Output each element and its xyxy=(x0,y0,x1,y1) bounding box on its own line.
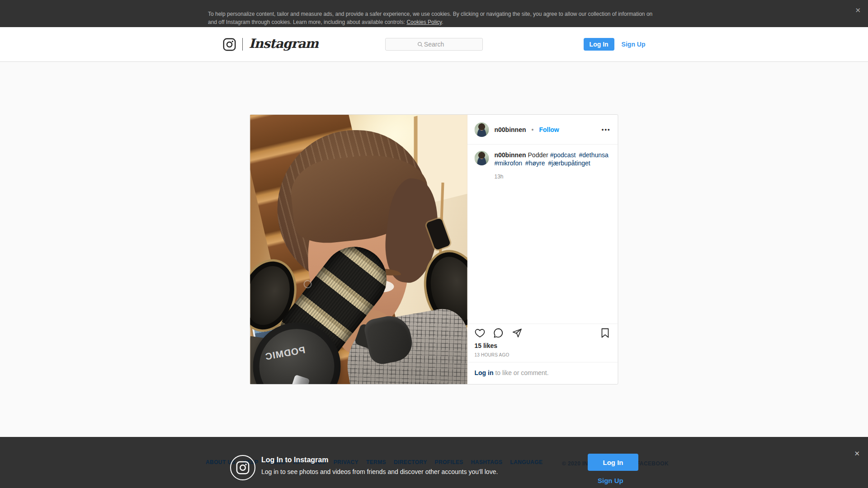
photo-microphone-logo xyxy=(304,280,312,288)
cookie-banner-text: To help personalize content, tailor and … xyxy=(208,10,660,26)
comment-icon[interactable] xyxy=(493,328,504,338)
search-box[interactable] xyxy=(385,38,483,51)
footer: ABOUT US HELP PRESS API JOBS PRIVACY TER… xyxy=(0,437,868,488)
hashtag-link[interactable]: #dethunsa xyxy=(579,151,608,159)
banner-instagram-logo xyxy=(230,455,255,480)
banner-close-icon[interactable]: ✕ xyxy=(854,450,860,458)
footer-link[interactable]: PRIVACY xyxy=(334,459,359,465)
main-content: PODMIC n00binnen • Follow ••• n00binnenP… xyxy=(0,62,868,437)
instagram-wordmark: Instagram xyxy=(249,36,318,51)
photo-mic-clip xyxy=(283,375,310,384)
footer-nav: ABOUT US HELP PRESS API JOBS PRIVACY TER… xyxy=(206,459,542,465)
caption-text: n00binnenPodder#podcast #dethunsa #mikro… xyxy=(495,151,611,167)
post-card: PODMIC n00binnen • Follow ••• n00binnenP… xyxy=(250,114,618,385)
instagram-logo[interactable]: Instagram xyxy=(223,38,318,51)
post-timestamp: 13 HOURS AGO xyxy=(475,352,611,357)
camera-icon xyxy=(223,38,236,51)
cookie-banner: To help personalize content, tailor and … xyxy=(0,0,868,27)
post-photo[interactable]: PODMIC xyxy=(250,115,467,384)
banner-login-button[interactable]: Log In xyxy=(588,454,638,471)
hashtag-link[interactable]: #jærbupåtinget xyxy=(548,160,590,167)
avatar[interactable] xyxy=(475,122,489,137)
post-actions: 15 likes 13 HOURS AGO xyxy=(467,324,618,362)
banner-subtitle: Log in to see photos and videos from fri… xyxy=(261,468,498,475)
more-options-icon[interactable]: ••• xyxy=(602,126,611,133)
header-login-button[interactable]: Log In xyxy=(584,38,614,51)
cookie-close-icon[interactable]: ✕ xyxy=(855,6,861,14)
follow-button[interactable]: Follow xyxy=(539,126,559,133)
caption-avatar[interactable] xyxy=(475,151,489,165)
mic-brand-text: PODMIC xyxy=(264,344,306,362)
site-header: Instagram Log In Sign Up xyxy=(0,27,868,62)
caption-username[interactable]: n00binnen xyxy=(495,151,526,159)
hashtag-link[interactable]: #høyre xyxy=(525,160,545,167)
username-separator: • xyxy=(532,126,534,133)
login-prompt: Log in to like or comment. xyxy=(467,362,618,384)
header-signup-link[interactable]: Sign Up xyxy=(622,41,646,48)
hashtag-link[interactable]: #podcast xyxy=(550,151,576,159)
footer-link[interactable]: PROFILES xyxy=(435,459,463,465)
footer-link[interactable]: DIRECTORY xyxy=(394,459,427,465)
likes-count[interactable]: 15 likes xyxy=(475,342,611,349)
camera-icon xyxy=(236,461,250,474)
footer-link[interactable]: LANGUAGE xyxy=(510,459,542,465)
post-panel: n00binnen • Follow ••• n00binnenPodder#p… xyxy=(467,115,618,384)
logo-divider xyxy=(242,38,243,51)
banner-signup-link[interactable]: Sign Up xyxy=(598,477,623,484)
caption-body: Podder xyxy=(528,151,548,159)
search-input[interactable] xyxy=(386,38,482,50)
post-age-short[interactable]: 13h xyxy=(495,174,611,180)
hashtag-link[interactable]: #mikrofon xyxy=(495,160,522,167)
caption-row: n00binnenPodder#podcast #dethunsa #mikro… xyxy=(475,151,611,167)
cookie-text-suffix: . xyxy=(442,19,443,25)
bookmark-icon[interactable] xyxy=(600,328,611,338)
banner-title: Log In to Instagram xyxy=(261,456,328,464)
footer-link[interactable]: TERMS xyxy=(366,459,386,465)
cookies-policy-link[interactable]: Cookies Policy xyxy=(406,19,442,25)
post-username[interactable]: n00binnen xyxy=(495,126,526,133)
login-prompt-text: to like or comment. xyxy=(494,369,549,376)
share-icon[interactable] xyxy=(512,328,523,338)
comments-section: n00binnenPodder#podcast #dethunsa #mikro… xyxy=(467,145,618,324)
post-header: n00binnen • Follow ••• xyxy=(467,115,618,145)
footer-link[interactable]: HASHTAGS xyxy=(471,459,503,465)
login-prompt-link[interactable]: Log in xyxy=(475,369,494,376)
like-icon[interactable] xyxy=(475,328,486,338)
